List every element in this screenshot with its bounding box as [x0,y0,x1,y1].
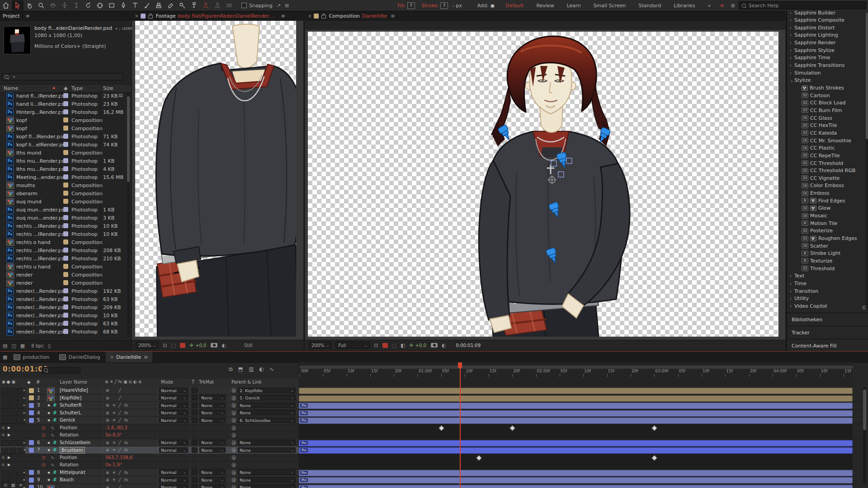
video-toggle[interactable] [1,418,9,424]
project-row[interactable]: Psrender/...Render.psdPhotoshop10 KB [0,311,127,319]
project-row-name[interactable]: hand fl...lRender.psd [16,93,67,99]
t-checkbox[interactable] [192,410,198,415]
layer-row-[KopfIdle][interactable]: ▸2[KopfIdle]⊕╱Normal⌄None⌄@5. Genick⌄ [0,394,868,402]
comp-panel-menu-icon[interactable]: ≡ [391,13,395,19]
project-row[interactable]: oberarmComposition [0,189,127,197]
fx-switch-icon[interactable]: fx [124,476,128,483]
safe-zones-icon[interactable]: ⊡ [163,343,167,348]
trkmat-select[interactable]: None⌄ [199,447,226,453]
effect-item[interactable]: 32CC HexTile [787,122,868,129]
project-row-name[interactable]: render/...Render.psd [16,329,67,335]
panel-tab-bibliotheken[interactable]: Bibliotheken [787,313,868,326]
project-row[interactable]: Psouq mun...ender.psdPhotoshop3 KB [0,214,127,222]
project-row-name[interactable]: rechts ...lRender.psd [16,223,67,229]
collapse-switch-icon[interactable]: ☀ [112,476,116,483]
dolly-camera-tool-icon[interactable] [71,0,82,10]
project-row-name[interactable]: render/...Render.psd [16,288,67,294]
layer-label-chip[interactable] [29,485,34,488]
fx-switch-icon[interactable]: fx [124,446,128,454]
keyframe-nav-diamond-icon[interactable]: ◇ [2,454,5,461]
keyframe[interactable] [439,425,444,431]
keyframe-nav-diamond-icon[interactable]: ◇ [2,461,5,469]
audio-toggle[interactable] [9,418,17,424]
fx-switch-icon[interactable]: fx [124,469,128,476]
text-tool-icon[interactable] [129,0,141,10]
layer-duration-bar[interactable]: Pin [299,477,853,483]
timeline-toolbar-icons[interactable]: ⧉⬒▥◐∿ [229,366,279,372]
project-row[interactable]: Pslths mu...Render.psdPhotoshop4 KB [0,165,127,173]
parent-select[interactable]: 2. KopfIdle⌄ [238,388,296,393]
timeline-search-input[interactable] [42,367,80,374]
mode-select[interactable]: Normal⌄ [159,403,188,408]
pickwhip-icon[interactable]: @ [231,409,236,417]
fx-switch-icon[interactable]: fx [124,417,128,424]
effect-item[interactable]: 16Color Emboss [787,182,868,189]
project-row[interactable]: ouq mundComposition [0,197,127,206]
stopwatch-icon[interactable]: ◷ [42,432,46,439]
project-row[interactable]: Psrechts ...lRender.psdPhotoshop210 KB [0,254,127,263]
column-type[interactable]: Type [71,85,83,91]
project-row-name[interactable]: kopf [16,126,27,131]
roto-brush-tool-icon[interactable] [176,0,188,10]
collapse-switch-icon[interactable]: ☀ [112,469,116,476]
label-color-chip[interactable] [63,150,68,155]
comp-canvas[interactable] [308,32,778,337]
parent-select[interactable]: None⌄ [238,477,296,483]
effects-group-utility[interactable]: ›Utility [787,295,868,302]
trkmat-select[interactable]: None⌄ [199,484,226,488]
t-checkbox[interactable] [192,388,198,393]
pickwhip-icon[interactable]: @ [231,402,236,409]
t-checkbox[interactable] [192,440,198,445]
project-row-name[interactable]: ouq mun...ender.psd [16,207,68,213]
project-row-name[interactable]: lths mu...Render.psd [16,158,67,164]
workspace-small-screen[interactable]: Small Screen [593,3,626,9]
parent-select[interactable]: 6. Schlüsselbe⌄ [238,418,296,423]
effect-item[interactable]: Brush Strokes [787,84,868,92]
fx-switch-icon[interactable]: fx [124,402,128,409]
quality-switch-icon[interactable]: ╱ [118,446,121,454]
comp-tab-close-icon[interactable]: × [308,14,311,19]
roi-icon[interactable]: ⊡ [374,343,378,348]
label-color-chip[interactable] [63,101,68,106]
pickwhip-icon[interactable]: @ [231,417,236,424]
help-search-input[interactable]: Search Help [739,1,866,9]
parent-select[interactable]: None⌄ [238,403,296,408]
shy-switch-icon[interactable]: ⊕ [106,394,109,402]
lock-icon[interactable] [148,15,153,19]
mode-select[interactable]: Normal⌄ [159,440,188,445]
layer-label-chip[interactable] [29,395,34,400]
label-color-chip[interactable] [63,109,68,114]
audio-toggle[interactable] [9,447,17,454]
work-area-bar[interactable] [299,366,853,369]
t-checkbox[interactable] [192,447,198,453]
timeline-scrollbar[interactable] [863,387,866,484]
project-row[interactable]: kopfComposition [0,116,127,124]
interpret-footage-icon[interactable]: ▤ [3,343,7,349]
time-ruler[interactable]: :00f05f10f15f20f01:00f05f10f15f20f02:00f… [299,362,853,379]
trkmat-header[interactable]: TrkMat [199,380,214,385]
parent-select[interactable]: 5. Genick⌄ [238,395,296,400]
project-row-name[interactable]: rechts ...lRender.psd [16,231,67,237]
project-row[interactable]: Psrender/...Render.psdPhotoshop192 KB [0,287,127,295]
project-row-name[interactable]: render/...Render.psd [16,296,67,302]
keyframe-nav-next-icon[interactable]: ▶ [8,432,10,439]
trkmat-select[interactable]: None⌄ [199,410,226,415]
keyframe[interactable] [651,425,657,431]
layer-duration-bar[interactable]: Pin [299,470,853,476]
mode-select[interactable]: Normal⌄ [159,469,188,475]
effect-item[interactable]: 32CC Kaleida [787,129,868,136]
layer-label-chip[interactable] [29,470,34,475]
layer-label-chip[interactable] [29,440,34,445]
project-row-name[interactable]: render/...Render.psd [16,321,67,327]
brush-tool-icon[interactable] [141,0,153,10]
composition-tab[interactable]: × Composition DanielIdle ≡ [305,12,785,21]
layer-label-chip[interactable] [29,403,34,408]
keyframe-nav-next-icon[interactable]: ▶ [8,424,10,432]
graph-icon[interactable]: ∿ [51,454,54,461]
collapse-switch-icon[interactable]: ☀ [112,439,116,446]
layer-row-SchulterR[interactable]: ▸3★#SchulterR⊕☀╱fxNormal⌄None⌄@None⌄Pin [0,402,868,409]
trkmat-select[interactable]: None⌄ [199,395,226,400]
clone-stamp-tool-icon[interactable] [153,0,165,10]
project-row[interactable]: Psrender/...Render.psdPhotoshop63 KB [0,295,127,303]
project-row-name[interactable]: oberarm [16,191,38,197]
